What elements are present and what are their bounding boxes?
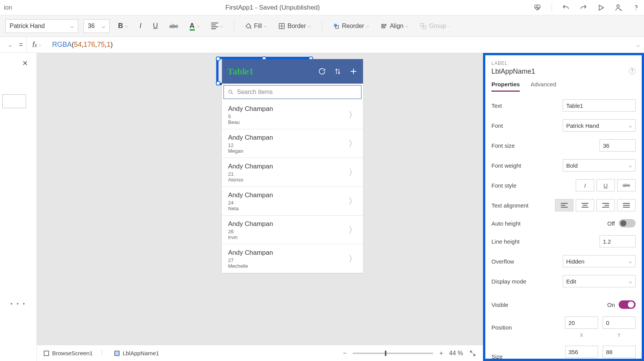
prop-textalign-label: Text alignment	[491, 202, 555, 209]
equals-sign: =	[15, 37, 27, 53]
breadcrumb-control[interactable]: LblAppName1	[114, 350, 159, 356]
prop-fontsize-label: Font size	[491, 142, 600, 149]
align-button[interactable]: Align⌵	[378, 19, 412, 33]
bold-button[interactable]: B⌵	[115, 19, 131, 33]
zoom-slider[interactable]	[353, 353, 433, 354]
align-icon	[381, 23, 388, 30]
chevron-right-icon: 〉	[348, 138, 357, 150]
fullscreen-icon[interactable]	[469, 350, 476, 357]
list-item-number: 24	[228, 200, 348, 206]
close-pane-icon[interactable]: ✕	[22, 59, 28, 68]
font-size-combo[interactable]: 36 ⌵	[84, 19, 110, 33]
tab-advanced[interactable]: Advanced	[531, 81, 556, 92]
list-item[interactable]: Andy Champan24Neta〉	[222, 187, 363, 216]
label-icon	[114, 351, 120, 356]
svg-point-0	[617, 5, 619, 7]
list-item-sub: Alonso	[228, 177, 348, 183]
prop-fontsize-input[interactable]: 36	[600, 139, 636, 152]
prop-fontweight-combo[interactable]: Bold⌵	[563, 159, 636, 171]
align-justify-button[interactable]	[617, 199, 636, 211]
align-center-button[interactable]	[576, 199, 594, 211]
position-y-input[interactable]: 0	[603, 316, 636, 329]
prop-fontstyle-label: Font style	[491, 182, 576, 189]
italic-button[interactable]: I	[136, 19, 145, 33]
more-icon[interactable]: • • •	[10, 300, 26, 307]
prop-text-input[interactable]: Table1	[563, 99, 636, 112]
formula-input[interactable]: RGBA(54, 176, 75, 1)	[47, 41, 632, 49]
property-selector[interactable]: ⌵	[0, 41, 15, 48]
list-item[interactable]: Andy Champan5Beau〉	[222, 101, 363, 129]
reorder-icon	[333, 23, 340, 30]
paint-bucket-icon	[245, 23, 252, 30]
zoom-out-button[interactable]: −	[343, 350, 347, 357]
autoheight-toggle[interactable]	[619, 219, 636, 227]
fontstyle-strike-button[interactable]: abc	[617, 179, 636, 191]
align-left-button[interactable]	[555, 199, 573, 211]
list-item-sub: Neta	[228, 206, 348, 211]
list-item[interactable]: Andy Champan12Megan〉	[222, 129, 363, 158]
group-icon	[420, 23, 427, 30]
size-width-input[interactable]: 356	[565, 346, 598, 358]
undo-icon[interactable]	[562, 4, 570, 12]
strike-button[interactable]: abc	[166, 19, 181, 33]
underline-button[interactable]: U	[150, 19, 161, 33]
titlebar-left-fragment: ion	[4, 4, 12, 11]
font-size-value: 36	[88, 23, 95, 30]
sort-icon[interactable]	[334, 67, 342, 76]
prop-position-label: Position	[491, 324, 565, 331]
search-input[interactable]: Search items	[223, 85, 361, 99]
health-icon[interactable]	[533, 3, 542, 12]
reorder-button[interactable]: Reorder⌵	[330, 19, 372, 33]
add-icon[interactable]	[349, 67, 358, 76]
refresh-icon[interactable]	[318, 67, 326, 76]
prop-displaymode-combo[interactable]: Edit⌵	[563, 275, 636, 287]
prop-lineheight-input[interactable]: 1.2	[600, 235, 636, 247]
visible-toggle[interactable]	[619, 300, 636, 309]
list-item-name: Andy Champan	[228, 134, 348, 142]
fontstyle-italic-button[interactable]: I	[576, 179, 594, 191]
svg-point-9	[229, 90, 232, 93]
user-icon[interactable]	[615, 4, 623, 12]
position-x-sublabel: X	[580, 333, 583, 338]
prop-overflow-combo[interactable]: Hidden⌵	[563, 255, 636, 267]
fx-button[interactable]: fx⌵	[27, 40, 47, 49]
zoom-in-button[interactable]: +	[439, 350, 443, 357]
svg-point-1	[636, 9, 637, 10]
border-label: Border	[288, 23, 306, 30]
font-name-combo[interactable]: Patrick Hand ⌵	[5, 19, 78, 33]
app-title-label[interactable]: Table1	[227, 66, 310, 77]
reorder-label: Reorder	[342, 23, 364, 30]
prop-fontweight-label: Font weight	[491, 162, 563, 169]
list-item-number: 21	[228, 171, 348, 177]
svg-rect-6	[383, 26, 385, 28]
fontstyle-underline-button[interactable]: U	[596, 179, 615, 191]
visible-state: On	[607, 302, 615, 308]
list-item[interactable]: Andy Champan26Irvin〉	[222, 216, 363, 244]
formula-expand[interactable]: ⌵	[632, 41, 644, 48]
prop-font-label: Font	[491, 122, 563, 129]
align-right-button[interactable]	[596, 199, 615, 211]
play-icon[interactable]	[597, 4, 605, 12]
panel-help-icon[interactable]: ?	[629, 68, 636, 74]
panel-type-label: LABEL	[491, 61, 636, 66]
prop-autoheight-label: Auto height	[491, 220, 607, 227]
size-height-input[interactable]: 88	[603, 346, 636, 358]
tab-properties[interactable]: Properties	[491, 81, 520, 92]
text-align-button[interactable]: ⌵	[208, 19, 226, 33]
font-color-button[interactable]: A⌵	[187, 19, 203, 33]
position-y-sublabel: Y	[618, 333, 621, 338]
list-item-number: 26	[228, 229, 348, 234]
help-icon[interactable]	[632, 4, 640, 12]
panel-control-name: LblAppName1	[491, 68, 535, 76]
position-x-input[interactable]: 20	[565, 316, 598, 329]
prop-font-combo[interactable]: Patrick Hand⌵	[563, 119, 636, 132]
list-item[interactable]: Andy Champan21Alonso〉	[222, 158, 363, 187]
border-button[interactable]: Border⌵	[275, 19, 314, 33]
list-item[interactable]: Andy Champan27Mechelle〉	[222, 244, 363, 273]
list-item-name: Andy Champan	[228, 191, 348, 199]
thumbnail-box[interactable]	[2, 94, 26, 108]
fill-button[interactable]: Fill⌵	[242, 19, 270, 33]
breadcrumb-screen[interactable]: BrowseScreen1	[44, 350, 93, 356]
redo-icon[interactable]	[580, 4, 587, 12]
autoheight-state: Off	[607, 220, 615, 227]
